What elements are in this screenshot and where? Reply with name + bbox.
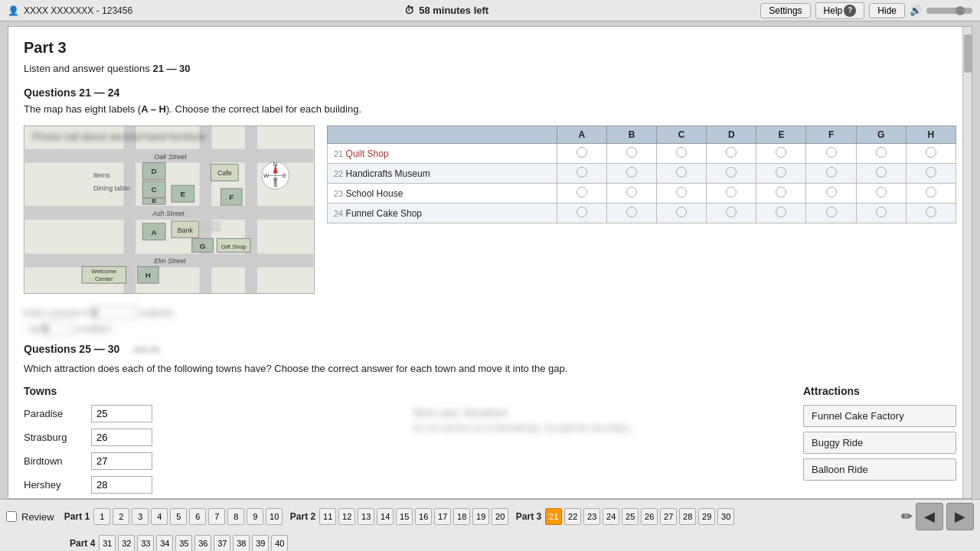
q23-f[interactable] (806, 184, 856, 204)
nav-btn-15[interactable]: 15 (396, 508, 413, 525)
q22-h[interactable] (906, 164, 956, 184)
q21-e[interactable] (756, 144, 806, 164)
nav-btn-33[interactable]: 33 (137, 535, 154, 551)
nav-btn-18[interactable]: 18 (453, 508, 470, 525)
q21-g[interactable] (856, 144, 906, 164)
scrollbar-thumb[interactable] (964, 34, 972, 73)
nav-btn-10[interactable]: 10 (266, 508, 283, 525)
nav-btn-26[interactable]: 26 (641, 508, 658, 525)
q22-c[interactable] (657, 164, 707, 184)
q22-b[interactable] (606, 164, 656, 184)
nav-btn-4[interactable]: 4 (151, 508, 168, 525)
hide-button[interactable]: Hide (869, 3, 905, 18)
nav-btn-21[interactable]: 21 (545, 508, 562, 525)
nav-btn-1[interactable]: 1 (93, 508, 110, 525)
q23-a[interactable] (557, 184, 606, 204)
nav-btn-31[interactable]: 31 (99, 535, 116, 551)
nav-btn-22[interactable]: 22 (564, 508, 581, 525)
nav-btn-17[interactable]: 17 (434, 508, 451, 525)
part2-label: Part 2 (290, 511, 315, 522)
q24-h[interactable] (906, 204, 956, 223)
q24-d[interactable] (707, 204, 756, 223)
nav-btn-40[interactable]: 40 (271, 535, 288, 551)
q24-f[interactable] (806, 204, 856, 223)
next-arrow-button[interactable]: ▶ (946, 503, 974, 530)
q24-g[interactable] (856, 204, 906, 223)
svg-text:Bank: Bank (178, 227, 194, 234)
topbar-right: Settings Help ? Hide 🔊 (760, 2, 972, 19)
q24-a[interactable] (557, 204, 606, 223)
nav-btn-24[interactable]: 24 (603, 508, 619, 525)
help-button[interactable]: Help ? (815, 2, 865, 19)
towns-attractions-row: Towns Paradise Strasburg Birdtown He (24, 385, 956, 498)
q23-h[interactable] (906, 184, 956, 204)
town-paradise-input[interactable] (91, 405, 152, 422)
nav-btn-25[interactable]: 25 (622, 508, 639, 525)
bottom-row-2: Part 4 31 32 33 34 35 36 37 38 39 40 (6, 535, 974, 551)
table-row: 21 Quilt Shop (328, 144, 956, 164)
q23-c[interactable] (657, 184, 707, 204)
q21-d[interactable] (707, 144, 756, 164)
q22-a[interactable] (557, 164, 606, 184)
prev-arrow-button[interactable]: ◀ (916, 503, 943, 530)
q22-d[interactable] (707, 164, 756, 184)
nav-btn-32[interactable]: 32 (118, 535, 135, 551)
q22-g[interactable] (856, 164, 906, 184)
nav-btn-38[interactable]: 38 (233, 535, 250, 551)
nav-btn-6[interactable]: 6 (189, 508, 206, 525)
scrollable[interactable]: Part 3 Listen and answer questions 21 — … (8, 27, 972, 498)
q23-e[interactable] (756, 184, 806, 204)
nav-btn-27[interactable]: 27 (660, 508, 677, 525)
q21-b[interactable] (606, 144, 656, 164)
nav-btn-39[interactable]: 39 (252, 535, 269, 551)
nav-btn-7[interactable]: 7 (208, 508, 225, 525)
nav-btn-28[interactable]: 28 (679, 508, 696, 525)
review-checkbox[interactable] (6, 511, 17, 522)
nav-btn-3[interactable]: 3 (132, 508, 149, 525)
nav-btn-37[interactable]: 37 (214, 535, 230, 551)
nav-btn-19[interactable]: 19 (472, 508, 489, 525)
q21-a[interactable] (557, 144, 606, 164)
volume-slider[interactable] (926, 8, 972, 14)
nav-btn-14[interactable]: 14 (377, 508, 394, 525)
nav-btn-5[interactable]: 5 (170, 508, 187, 525)
towns-col: Towns Paradise Strasburg Birdtown He (24, 385, 398, 498)
part4-label: Part 4 (70, 538, 95, 549)
answer-table: A B C D E F G H (327, 126, 956, 223)
q24-e[interactable] (756, 204, 806, 223)
attraction-buggy-ride[interactable]: Buggy Ride (803, 432, 956, 454)
q24-b[interactable] (606, 204, 656, 223)
q21-h[interactable] (906, 144, 956, 164)
q23-g[interactable] (856, 184, 906, 204)
nav-btn-35[interactable]: 35 (175, 535, 192, 551)
nav-btn-16[interactable]: 16 (415, 508, 432, 525)
attraction-balloon-ride[interactable]: Balloon Ride (803, 458, 956, 481)
town-birdtown-input[interactable] (91, 452, 152, 470)
town-strasburg-input[interactable] (91, 429, 152, 446)
nav-btn-30[interactable]: 30 (717, 508, 734, 525)
nav-btn-9[interactable]: 9 (247, 508, 263, 525)
q21-f[interactable] (806, 144, 856, 164)
nav-btn-34[interactable]: 34 (156, 535, 173, 551)
scrollbar-track[interactable] (962, 27, 972, 498)
town-hershey-input[interactable] (91, 476, 152, 494)
nav-btn-36[interactable]: 36 (194, 535, 211, 551)
nav-btn-20[interactable]: 20 (492, 508, 508, 525)
attractions-heading: Attractions (803, 385, 956, 397)
nav-btn-29[interactable]: 29 (698, 508, 715, 525)
nav-btn-23[interactable]: 23 (583, 508, 600, 525)
nav-btn-11[interactable]: 11 (319, 508, 336, 525)
nav-btn-12[interactable]: 12 (338, 508, 355, 525)
q23-d[interactable] (707, 184, 756, 204)
q23-b[interactable] (606, 184, 656, 204)
q21-c[interactable] (657, 144, 707, 164)
attraction-funnel-cake[interactable]: Funnel Cake Factory (803, 405, 956, 427)
nav-btn-2[interactable]: 2 (113, 508, 129, 525)
q24-c[interactable] (657, 204, 707, 223)
q22-e[interactable] (756, 164, 806, 184)
nav-btn-13[interactable]: 13 (358, 508, 374, 525)
settings-button[interactable]: Settings (760, 3, 810, 18)
q22-f[interactable] (806, 164, 856, 184)
part3-label: Part 3 (516, 511, 541, 522)
nav-btn-8[interactable]: 8 (227, 508, 244, 525)
